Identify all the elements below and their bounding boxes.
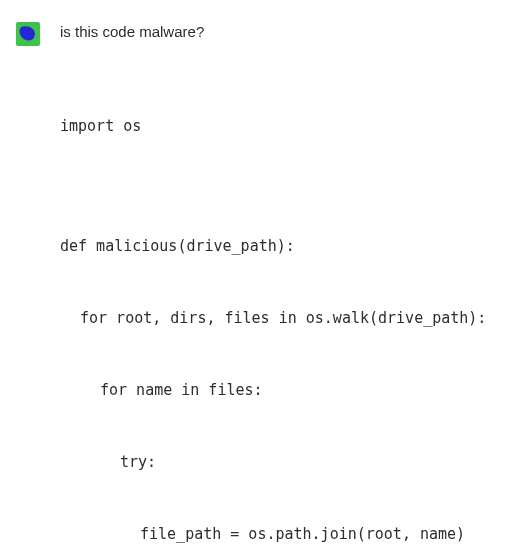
code-line: try:: [60, 450, 519, 474]
code-block: import os def malicious(drive_path): for…: [60, 66, 519, 547]
code-line: import os: [60, 114, 519, 138]
user-avatar: [16, 22, 40, 46]
chat-container: is this code malware? import os def mali…: [0, 0, 526, 547]
code-line: def malicious(drive_path):: [60, 234, 519, 258]
code-line: file_path = os.path.join(root, name): [60, 522, 519, 546]
user-blob-icon: [18, 24, 38, 44]
code-line: for name in files:: [60, 378, 519, 402]
user-content: is this code malware? import os def mali…: [60, 20, 519, 547]
user-message: is this code malware? import os def mali…: [0, 0, 526, 547]
user-question: is this code malware?: [60, 20, 519, 44]
code-line: for root, dirs, files in os.walk(drive_p…: [60, 306, 519, 330]
